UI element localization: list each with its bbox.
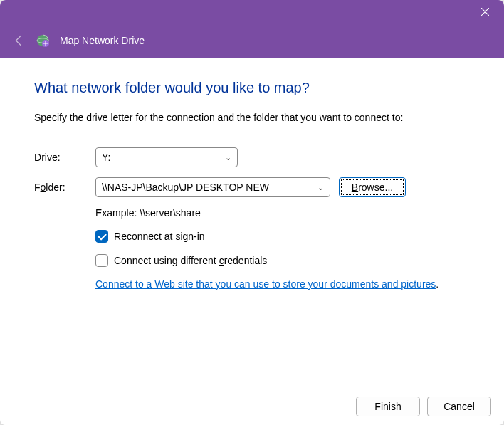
footer: Finish Cancel: [0, 387, 504, 425]
content-area: What network folder would you like to ma…: [0, 58, 504, 387]
header-title: Map Network Drive: [60, 35, 145, 46]
finish-button[interactable]: Finish: [356, 397, 420, 416]
network-drive-icon: [36, 33, 50, 48]
cancel-button[interactable]: Cancel: [427, 397, 491, 416]
reconnect-row: Reconnect at sign-in: [95, 230, 470, 243]
chevron-down-icon: ⌄: [225, 153, 231, 162]
drive-value: Y:: [102, 152, 110, 163]
titlebar: [0, 0, 504, 23]
reconnect-checkbox[interactable]: [95, 230, 108, 243]
main-heading: What network folder would you like to ma…: [34, 80, 470, 96]
website-link[interactable]: Connect to a Web site that you can use t…: [95, 278, 436, 290]
drive-row: Drive: Y: ⌄: [34, 147, 470, 167]
browse-button[interactable]: Browse...: [339, 177, 406, 197]
chevron-down-icon: ⌄: [317, 183, 324, 192]
credentials-label[interactable]: Connect using different credentials: [114, 255, 267, 266]
website-link-row: Connect to a Web site that you can use t…: [95, 278, 470, 290]
folder-row: Folder: \\NAS-JP\Backup\JP DESKTOP NEW ⌄…: [34, 177, 470, 197]
example-text: Example: \\server\share: [95, 207, 470, 219]
map-network-drive-dialog: Map Network Drive What network folder wo…: [0, 0, 504, 425]
back-arrow-icon: [13, 34, 26, 47]
folder-value: \\NAS-JP\Backup\JP DESKTOP NEW: [102, 182, 269, 193]
description-text: Specify the drive letter for the connect…: [34, 112, 470, 123]
reconnect-label[interactable]: Reconnect at sign-in: [114, 231, 205, 242]
credentials-row: Connect using different credentials: [95, 254, 470, 267]
credentials-checkbox[interactable]: [95, 254, 108, 267]
close-button[interactable]: [468, 0, 501, 23]
drive-label: Drive:: [34, 152, 95, 163]
folder-combobox[interactable]: \\NAS-JP\Backup\JP DESKTOP NEW ⌄: [95, 177, 330, 197]
folder-label: Folder:: [34, 182, 95, 193]
header: Map Network Drive: [0, 23, 504, 58]
drive-dropdown[interactable]: Y: ⌄: [95, 147, 238, 167]
close-icon: [481, 8, 489, 16]
back-button[interactable]: [13, 34, 26, 47]
